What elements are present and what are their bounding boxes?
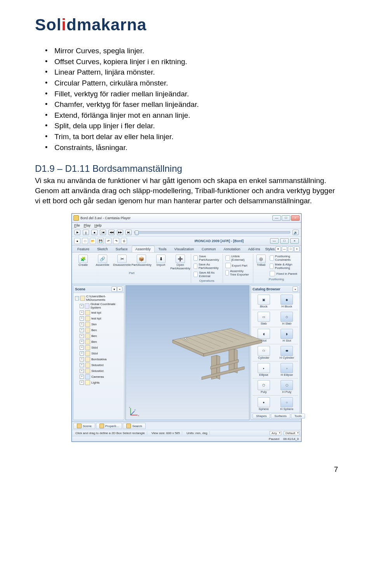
catalog-item-hellipse[interactable]: ⬦H Ellipse — [276, 363, 298, 377]
fixed-in-parent-button[interactable]: Fixed in Parent — [269, 270, 298, 277]
rewind-button[interactable]: ◀◀ — [108, 230, 115, 235]
catalog-item-hpoly[interactable]: ⬡H Poly — [276, 380, 298, 394]
tab-visualization[interactable]: Visualization — [171, 246, 198, 252]
scene-dropdown-icon[interactable]: ▾ — [112, 286, 117, 292]
bottom-tab-scene[interactable]: Scene — [73, 423, 95, 429]
tab-tools[interactable]: Tools — [155, 246, 171, 252]
open-button[interactable]: ➕OpenPart/Assembly — [171, 254, 189, 270]
tree-item[interactable]: +Sidostöd — [75, 368, 122, 374]
partassembly-button[interactable]: 📦Part/Assembly — [132, 254, 150, 267]
forward-button[interactable]: ▶▶ — [117, 230, 123, 235]
tree-item[interactable]: +Ben — [75, 327, 122, 333]
viewport-3d[interactable]: ↖ x z y — [125, 285, 249, 420]
tree-item[interactable]: +Stöd — [75, 345, 122, 351]
tree-item[interactable]: +Lights — [75, 380, 122, 386]
mate-align-button[interactable]: Mate & Align Positioning — [269, 262, 298, 270]
speaker-icon[interactable]: 🔊 — [293, 230, 299, 235]
catalog-item-sphere[interactable]: ●Sphere — [253, 397, 275, 411]
export-part-button[interactable]: Export Part — [225, 262, 248, 269]
tree-item[interactable]: +Ben — [75, 339, 122, 345]
catalog-tab-shapes[interactable]: Shapes — [253, 414, 270, 419]
next-button[interactable]: ▶| — [125, 230, 132, 235]
tab-feature[interactable]: Feature — [73, 246, 93, 252]
catalog-item-hblock[interactable]: ◆H Block — [276, 295, 298, 308]
bottom-tab-search[interactable]: Search — [123, 423, 145, 429]
seek-slider[interactable] — [134, 231, 290, 234]
qat-app-icon[interactable]: ● — [74, 238, 80, 244]
saveas-partassembly-button[interactable]: Save As Part/Assembly — [193, 262, 221, 270]
scene-title: Scene — [75, 287, 112, 291]
menu-file[interactable]: File — [74, 223, 80, 227]
maximize-button[interactable]: □ — [282, 215, 290, 221]
triball-button[interactable]: ◎TriBall — [255, 254, 268, 267]
inner-close-button[interactable]: × — [290, 238, 299, 244]
bottom-tab-properties[interactable]: Properti... — [96, 423, 122, 429]
expand-icon[interactable]: + — [80, 304, 84, 308]
assemble-button[interactable]: 🔗Assemble — [94, 254, 112, 267]
menu-help[interactable]: Help — [94, 223, 102, 227]
tree-item[interactable]: +test kpl — [75, 316, 122, 321]
styles-dropdown-icon[interactable]: ▾ — [275, 246, 281, 252]
inner-minimize-button[interactable]: — — [270, 238, 279, 244]
tree-item[interactable]: +Bordsskiva — [75, 356, 122, 362]
prev-button[interactable]: |◀ — [100, 230, 106, 235]
saveall-external-button[interactable]: Save All As External — [193, 270, 221, 278]
catalog-close-icon[interactable]: × — [293, 286, 298, 292]
tree-item[interactable]: +Skn — [75, 321, 122, 327]
tab-assembly[interactable]: Assembly — [132, 246, 155, 252]
tree-item[interactable]: +Stöd — [75, 351, 122, 356]
status-filter-dropdown[interactable]: Any — [270, 431, 281, 435]
catalog-item-hcylinder[interactable]: ⬬H Cylinder — [276, 346, 298, 359]
create-icon: 🧩 — [78, 255, 88, 263]
seek-thumb[interactable] — [135, 230, 139, 235]
scene-close-icon[interactable]: × — [117, 286, 122, 292]
tab-common[interactable]: Common — [198, 246, 220, 252]
scene-tree: −C:\Users\Bert-M\Documents +Global Coord… — [73, 293, 124, 388]
tree-item[interactable]: +Ben — [75, 333, 122, 339]
catalog-tab-tools[interactable]: Tools — [291, 414, 305, 419]
qat-undo-icon[interactable]: ↶ — [105, 238, 112, 244]
tab-annotation[interactable]: Annotation — [220, 246, 244, 252]
qat-open-icon[interactable]: 📂 — [90, 238, 96, 244]
collapse-icon[interactable]: − — [75, 296, 79, 300]
menu-play[interactable]: Play — [84, 223, 91, 227]
ribbon-close-icon[interactable]: × — [294, 246, 300, 252]
tree-item[interactable]: +Sidostöd — [75, 362, 122, 368]
tab-sketch[interactable]: Sketch — [93, 246, 112, 252]
play-button[interactable]: ▶ — [74, 230, 80, 235]
qat-new-icon[interactable]: □ — [82, 238, 88, 244]
minimize-button[interactable]: — — [272, 215, 281, 221]
tree-item[interactable]: +Global Coordinate System — [75, 302, 122, 310]
disassemble-button[interactable]: ✂Disassemble — [113, 254, 131, 267]
status-default-dropdown[interactable]: Default — [284, 431, 300, 435]
catalog-item-hslab[interactable]: ◇H Slab — [276, 312, 298, 325]
pause-button[interactable]: || — [83, 230, 89, 235]
inner-maximize-button[interactable]: □ — [280, 238, 289, 244]
qat-print-icon[interactable]: ⎙ — [121, 238, 127, 244]
stop-button[interactable]: ■ — [91, 230, 98, 235]
ribbon-min-icon[interactable]: — — [282, 246, 287, 252]
part-icon — [85, 316, 90, 321]
tree-item[interactable]: −C:\Users\Bert-M\Documents — [75, 294, 122, 302]
catalog-item-hslot[interactable]: ◗H Slot — [276, 329, 298, 342]
tab-addins[interactable]: Add-Ins — [244, 246, 264, 252]
tab-surface[interactable]: Surface — [112, 246, 132, 252]
tree-item[interactable]: +test kpl — [75, 310, 122, 316]
create-button[interactable]: 🧩Create — [74, 254, 92, 267]
catalog-item-hsphere[interactable]: ○H Sphere — [276, 397, 298, 411]
unlink-external-button[interactable]: Unlink (External) — [225, 254, 251, 262]
save-partassembly-button[interactable]: Save Part/Assembly — [193, 254, 221, 262]
ribbon-restore-icon[interactable]: □ — [288, 246, 293, 252]
qat-redo-icon[interactable]: ↷ — [113, 238, 119, 244]
positioning-constraints-button[interactable]: Positioning Constraints — [269, 254, 298, 262]
qat-save-icon[interactable]: 💾 — [98, 238, 104, 244]
close-button[interactable]: × — [291, 215, 300, 221]
assembly-tree-exporter-button[interactable]: Assembly Tree Exporter — [225, 269, 251, 277]
catalog-tab-surfaces[interactable]: Surfaces — [271, 414, 290, 419]
partassembly-icon: 📦 — [137, 255, 146, 263]
part-icon — [85, 310, 90, 315]
import-button[interactable]: ⬇Import — [152, 254, 170, 267]
save-icon — [193, 255, 198, 261]
tree-item[interactable]: +Cameras — [75, 374, 122, 380]
catalog-item-block[interactable]: ▣Block — [253, 295, 275, 308]
